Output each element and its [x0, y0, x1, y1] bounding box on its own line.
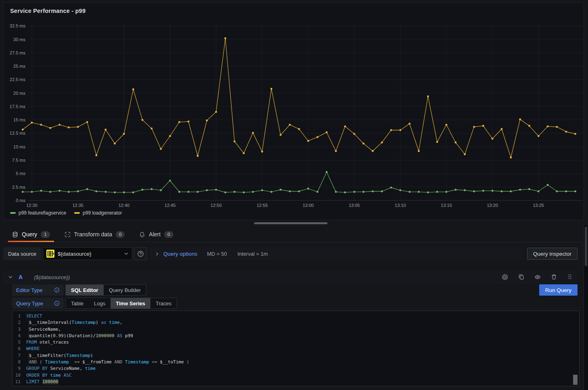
code-line: 7 $__timeFilter(Timestamp)	[13, 352, 579, 359]
panel-title: Service Performance - p99	[10, 8, 85, 14]
code-line: 6WHERE	[13, 346, 579, 352]
svg-text:12:35: 12:35	[72, 203, 83, 208]
legend-series-swatch	[74, 212, 80, 214]
sql-code-editor[interactable]: 1SELECT2 $__timeInterval(Timestamp) as t…	[12, 311, 580, 386]
legend-series-label: p99 featureflagservice	[19, 210, 66, 216]
svg-text:2.5 ms: 2.5 ms	[12, 185, 26, 190]
editor-type-option-query-builder[interactable]: Query Builder	[104, 285, 146, 295]
tab-transform-data[interactable]: Transform data0	[60, 227, 129, 242]
chevron-right-icon[interactable]	[155, 252, 159, 256]
grip-icon[interactable]	[567, 274, 573, 280]
run-query-button[interactable]: Run Query	[539, 284, 578, 296]
line-number: 7	[13, 352, 26, 359]
code-line: 10ORDER BY time ASC	[13, 372, 579, 379]
line-number: 2	[13, 319, 26, 326]
datasource-picker-value: ${datasource}	[58, 251, 121, 257]
tab-alert[interactable]: Alert0	[135, 227, 177, 242]
svg-text:20 ms: 20 ms	[13, 91, 25, 96]
line-number: 9	[13, 365, 26, 372]
code-line: 2 $__timeInterval(Timestamp) as time,	[13, 319, 579, 326]
query-actions	[502, 274, 573, 280]
code-line: 4 quantile(0.99)(Duration)/1000000 AS p9…	[13, 333, 579, 339]
svg-text:12:55: 12:55	[256, 203, 268, 208]
bell-icon	[139, 231, 145, 238]
tab-count-badge: 0	[164, 231, 173, 238]
query-inspector-button[interactable]: Query inspector	[527, 248, 578, 260]
query-type-option-table[interactable]: Table	[66, 298, 89, 309]
vertical-scrollbar-thumb[interactable]	[585, 227, 587, 266]
vertical-scrollbar[interactable]	[584, 225, 588, 390]
legend-item[interactable]: p99 featureflagservice	[10, 210, 66, 216]
chevron-down-icon[interactable]	[8, 275, 13, 279]
horizontal-scrollbar-thumb[interactable]	[254, 222, 327, 224]
trash-icon[interactable]	[551, 274, 557, 280]
line-number: 3	[13, 326, 26, 333]
code-line: 9GROUP BY ServiceName, time	[13, 365, 579, 372]
query-type-option-logs[interactable]: Logs	[89, 298, 111, 309]
svg-text:30 ms: 30 ms	[13, 37, 25, 42]
transform-icon	[65, 231, 71, 238]
code-line: 11LIMIT 100000	[13, 379, 579, 385]
query-option-summary-item: MD = 50	[207, 251, 227, 257]
query-options-toggle[interactable]: Query options	[163, 251, 197, 257]
svg-text:13:00: 13:00	[302, 203, 314, 208]
code-line: 5FROM otel_traces	[13, 339, 579, 346]
datasource-help-button[interactable]	[134, 247, 147, 260]
chevron-down-icon	[124, 251, 129, 256]
svg-text:25 ms: 25 ms	[13, 64, 25, 69]
legend-series-label: p99 loadgenerator	[83, 210, 122, 216]
query-type-option-traces[interactable]: Traces	[150, 298, 177, 309]
query-type-label: Query Type	[12, 298, 64, 309]
svg-text:7.5 ms: 7.5 ms	[12, 158, 26, 163]
record-circle-icon[interactable]	[502, 274, 508, 280]
svg-text:13:05: 13:05	[349, 203, 360, 208]
tab-label: Query	[22, 231, 37, 238]
info-circle-icon[interactable]	[54, 300, 60, 306]
query-row-header[interactable]: A (${datasource})	[3, 270, 578, 284]
timeseries-panel[interactable]: Service Performance - p99 0 ms2.5 ms5 ms…	[3, 2, 584, 220]
tab-label: Alert	[149, 231, 161, 238]
line-number: 5	[13, 339, 26, 346]
line-number: 4	[13, 333, 26, 339]
tab-query[interactable]: Query1	[8, 227, 54, 242]
svg-text:12:50: 12:50	[211, 203, 222, 208]
datasource-picker[interactable]: ${datasource}	[43, 247, 132, 260]
editor-type-option-sql-editor[interactable]: SQL Editor	[66, 285, 104, 295]
svg-text:12:45: 12:45	[165, 203, 176, 208]
copy-icon[interactable]	[518, 274, 524, 280]
svg-text:10 ms: 10 ms	[13, 144, 25, 149]
svg-text:5 ms: 5 ms	[16, 171, 25, 176]
svg-text:13:15: 13:15	[441, 203, 452, 208]
query-type-row: Query Type TableLogsTime SeriesTraces	[12, 298, 177, 309]
editor-scrollbar-thumb[interactable]	[573, 375, 578, 385]
info-circle-icon[interactable]	[54, 287, 60, 293]
eye-icon[interactable]	[534, 274, 541, 280]
line-number: 10	[13, 372, 26, 379]
svg-text:15 ms: 15 ms	[13, 117, 25, 122]
clickhouse-logo-icon	[46, 250, 54, 258]
database-icon	[12, 231, 18, 238]
query-option-summary-item: Interval = 1m	[238, 251, 268, 257]
datasource-row: Data source ${datasource} Query options …	[3, 247, 578, 260]
query-options-strip: Query options MD = 50Interval = 1m	[150, 247, 523, 260]
tab-count-badge: 0	[116, 231, 125, 238]
query-datasource-hint: (${datasource})	[34, 274, 70, 280]
svg-text:32.5 ms: 32.5 ms	[10, 23, 26, 28]
svg-text:0 ms: 0 ms	[16, 198, 25, 203]
svg-text:12:30: 12:30	[26, 203, 38, 208]
chart-legend: p99 featureflagservicep99 loadgenerator	[10, 210, 122, 216]
code-line: 3 ServiceName,	[13, 326, 579, 333]
query-type-option-time-series[interactable]: Time Series	[111, 298, 150, 309]
sql-code-lines: 1SELECT2 $__timeInterval(Timestamp) as t…	[13, 313, 579, 385]
line-number: 8	[13, 359, 26, 365]
query-ref-id[interactable]: A	[19, 274, 23, 280]
svg-text:12.5 ms: 12.5 ms	[10, 131, 26, 136]
tabs-bar: Query1Transform data0Alert0	[3, 227, 583, 242]
line-number: 6	[13, 346, 26, 352]
timeseries-chart[interactable]: 0 ms2.5 ms5 ms7.5 ms10 ms12.5 ms15 ms17.…	[4, 17, 584, 209]
code-line: 1SELECT	[13, 313, 579, 319]
query-options-summary: MD = 50Interval = 1m	[207, 251, 268, 257]
code-line: 8 AND ( Timestamp >= $__fromTime AND Tim…	[13, 359, 579, 365]
editor-type-label: Editor Type	[12, 284, 64, 296]
legend-item[interactable]: p99 loadgenerator	[74, 210, 122, 216]
